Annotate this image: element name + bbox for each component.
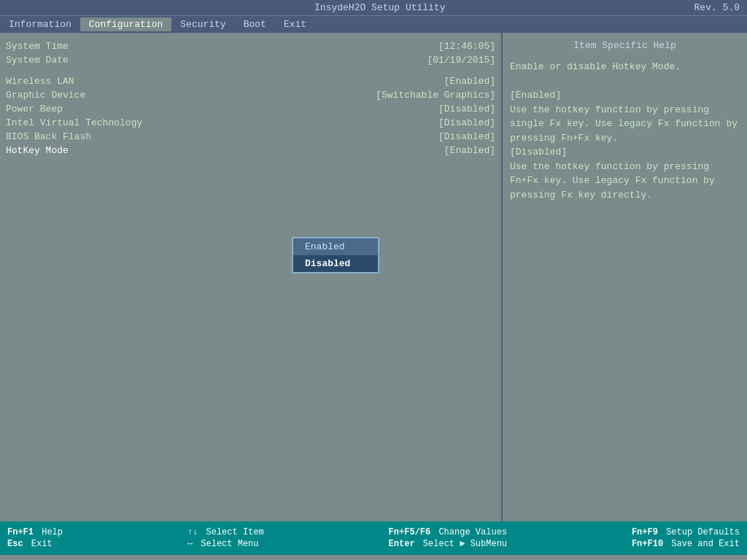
- fn-f9-desc: Setup Defaults: [666, 527, 740, 537]
- menu-item-configuration[interactable]: Configuration: [80, 18, 171, 31]
- menu-item-information[interactable]: Information: [0, 18, 80, 31]
- help-line-2: [Enabled]: [510, 90, 561, 101]
- revision: Rev. 5.0: [694, 2, 740, 13]
- wireless-lan-value: [Enabled]: [444, 76, 495, 87]
- help-line-3: Use the hotkey function by pressing sing…: [510, 104, 738, 144]
- help-line-1: Enable or disable Hotkey Mode.: [510, 61, 681, 72]
- power-beep-label: Power Beep: [6, 104, 152, 114]
- help-title: Item Specific Help: [510, 40, 740, 51]
- graphic-device-value: [Switchable Graphics]: [376, 90, 495, 101]
- menu-item-security[interactable]: Security: [171, 18, 234, 31]
- bottom-updown-line: ↑↓ Select Item: [187, 527, 264, 537]
- hotkey-mode-value: [Enabled]: [444, 145, 495, 156]
- fn-f1-key: Fn+F1: [7, 527, 34, 537]
- setting-hotkey-mode[interactable]: HotKey Mode [Enabled]: [6, 144, 495, 157]
- bottom-esc-line: Esc Exit: [7, 539, 63, 549]
- bottom-leftright-line: ↔ Select Menu: [187, 539, 264, 549]
- bottom-enter-line: Enter Select ► SubMenu: [389, 539, 507, 549]
- esc-desc: Exit: [31, 539, 53, 549]
- system-time-label: System Time: [6, 41, 152, 52]
- setting-bios-flash[interactable]: BIOS Back Flash [Disabled]: [6, 131, 495, 143]
- right-panel: Item Specific Help Enable or disable Hot…: [503, 33, 747, 521]
- menu-bar: Information Configuration Security Boot …: [0, 15, 747, 33]
- bottom-bar: Fn+F1 Help Esc Exit ↑↓ Select Item ↔ Sel…: [0, 521, 747, 555]
- leftright-desc: Select Menu: [201, 539, 258, 549]
- fn-f5f6-desc: Change Values: [438, 527, 507, 537]
- updown-desc: Select Item: [206, 527, 264, 537]
- bios-flash-value: [Disabled]: [438, 131, 495, 142]
- setting-power-beep[interactable]: Power Beep [Disabled]: [6, 103, 495, 115]
- menu-item-boot[interactable]: Boot: [235, 18, 275, 31]
- hotkey-mode-label: HotKey Mode: [6, 145, 152, 156]
- enter-desc: Select ► SubMenu: [423, 539, 507, 549]
- power-beep-value: [Disabled]: [438, 104, 495, 114]
- fn-f10-key: Fn+F10: [632, 539, 663, 549]
- wireless-lan-label: Wireless LAN: [6, 76, 152, 87]
- bottom-fn-f1-line: Fn+F1 Help: [7, 527, 63, 537]
- bottom-section-mid: ↑↓ Select Item ↔ Select Menu: [187, 527, 264, 549]
- bottom-section-left: Fn+F1 Help Esc Exit: [7, 527, 63, 549]
- enter-key: Enter: [389, 539, 415, 549]
- app-title: InsydeH2O Setup Utility: [314, 2, 445, 13]
- menu-item-exit[interactable]: Exit: [275, 18, 315, 31]
- setting-wireless-lan[interactable]: Wireless LAN [Enabled]: [6, 75, 495, 88]
- bottom-fn-f9-line: Fn+F9 Setup Defaults: [632, 527, 740, 537]
- bios-flash-label: BIOS Back Flash: [6, 131, 152, 142]
- bottom-fn-f5f6-line: Fn+F5/F6 Change Values: [389, 527, 507, 537]
- left-panel: System Time [12:46:05] System Date [01/1…: [0, 33, 503, 521]
- bottom-section-far: Fn+F9 Setup Defaults Fn+F10 Save and Exi…: [632, 527, 740, 549]
- fn-f9-key: Fn+F9: [632, 527, 658, 537]
- updown-key: ↑↓: [187, 527, 198, 537]
- intel-vt-value: [Disabled]: [438, 117, 495, 128]
- leftright-key: ↔: [187, 539, 193, 549]
- main-area: System Time [12:46:05] System Date [01/1…: [0, 33, 747, 521]
- setting-graphic-device[interactable]: Graphic Device [Switchable Graphics]: [6, 89, 495, 101]
- dropdown-popup[interactable]: Enabled Disabled: [292, 237, 379, 273]
- fn-f1-desc: Help: [42, 527, 63, 537]
- setting-system-date: System Date [01/19/2015]: [6, 54, 495, 66]
- fn-f10-desc: Save and Exit: [671, 539, 740, 549]
- fn-f5f6-key: Fn+F5/F6: [389, 527, 431, 537]
- intel-vt-label: Intel Virtual Technology: [6, 117, 152, 128]
- dropdown-disabled[interactable]: Disabled: [293, 255, 378, 272]
- bottom-fn-f10-line: Fn+F10 Save and Exit: [632, 539, 740, 549]
- system-time-value: [12:46:05]: [438, 41, 495, 52]
- system-date-label: System Date: [6, 55, 152, 66]
- help-content: Enable or disable Hotkey Mode. [Enabled]…: [510, 60, 740, 202]
- graphic-device-label: Graphic Device: [6, 90, 152, 101]
- bottom-bar-inner: Fn+F1 Help Esc Exit ↑↓ Select Item ↔ Sel…: [7, 527, 740, 549]
- esc-key: Esc: [7, 539, 23, 549]
- help-line-5: Use the hotkey function by pressing Fn+F…: [510, 161, 715, 201]
- system-date-value: [01/19/2015]: [427, 55, 495, 66]
- title-bar: InsydeH2O Setup Utility Rev. 5.0: [0, 0, 747, 15]
- dropdown-enabled[interactable]: Enabled: [293, 238, 378, 255]
- help-line-4: [Disabled]: [510, 147, 567, 158]
- setting-intel-vt[interactable]: Intel Virtual Technology [Disabled]: [6, 117, 495, 129]
- setting-system-time: System Time [12:46:05]: [6, 40, 495, 52]
- bottom-section-right: Fn+F5/F6 Change Values Enter Select ► Su…: [389, 527, 507, 549]
